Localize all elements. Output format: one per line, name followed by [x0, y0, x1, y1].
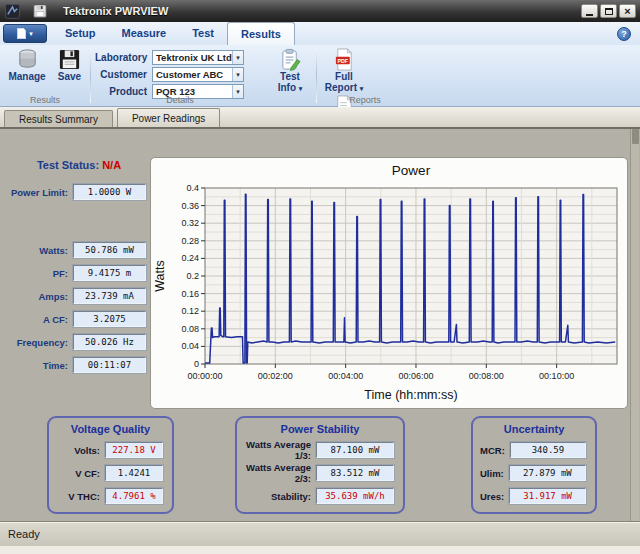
readout-row-watts: Watts: 50.786 mW: [6, 242, 146, 258]
test-status: Test Status: N/A: [12, 159, 146, 171]
svg-text:0.4: 0.4: [186, 183, 199, 193]
svg-text:Watts: Watts: [153, 260, 167, 291]
watts-average-13-value: 87.100 mW: [316, 442, 394, 458]
tab-power-readings[interactable]: Power Readings: [117, 108, 220, 127]
ribbon: Manage Save Results Laboratory: [0, 45, 640, 107]
v-cf-value: 1.4241: [105, 465, 163, 481]
tab-results-summary[interactable]: Results Summary: [4, 110, 113, 127]
ribbon-tab-measure[interactable]: Measure: [109, 22, 180, 45]
ribbon-group-label: Results: [0, 95, 90, 105]
readout-row-amps: Amps: 23.739 mA: [6, 288, 146, 304]
svg-text:00:10:00: 00:10:00: [539, 371, 574, 381]
vertical-scrollbar[interactable]: [630, 129, 639, 521]
test-info-button[interactable]: Test Info ▾: [269, 47, 311, 106]
svg-text:00:08:00: 00:08:00: [469, 371, 504, 381]
status-text: Ready: [8, 528, 40, 540]
application-menu-button[interactable]: ▾: [3, 24, 47, 43]
a-cf-label: A CF:: [6, 314, 68, 325]
svg-text:00:00:00: 00:00:00: [187, 371, 222, 381]
document-icon: [17, 28, 26, 39]
frequency-value: 50.026 Hz: [73, 334, 146, 350]
ribbon-group-label: Details: [91, 95, 269, 105]
laboratory-select[interactable]: Tektronix UK Ltd ▾: [152, 50, 244, 65]
laboratory-label: Laboratory: [95, 52, 147, 63]
ribbon-tab-setup[interactable]: Setup: [52, 22, 109, 45]
close-icon: ×: [624, 6, 630, 16]
chevron-down-icon: ▾: [299, 85, 303, 92]
maximize-icon: [605, 8, 613, 15]
watts-value: 50.786 mW: [73, 242, 146, 258]
ures-value: 31.917 mW: [509, 488, 586, 504]
divider: [0, 127, 640, 129]
readout-row-time: Time: 00:11:07: [6, 357, 146, 373]
power-limit-row: Power Limit: 1.0000 W: [6, 184, 146, 200]
readout-row-pf: PF: 9.4175 m: [6, 265, 146, 281]
app-icon[interactable]: [5, 4, 20, 19]
pf-value: 9.4175 m: [73, 265, 146, 281]
power-limit-label: Power Limit:: [6, 187, 68, 198]
volts-label: Volts:: [56, 445, 100, 456]
close-button[interactable]: ×: [619, 4, 636, 18]
row-ulim: Ulim: 27.879 mW: [480, 465, 586, 481]
test-info-label-line1: Test: [280, 71, 300, 82]
panel-title: Voltage Quality: [49, 423, 172, 435]
power-chart: 00.040.080.120.160.20.240.280.320.360.40…: [151, 158, 627, 408]
save-button[interactable]: Save: [52, 47, 86, 82]
ribbon-group-reports: PDF Full Report ▾ X Export CSV ▾ Reports: [317, 45, 413, 106]
voltage-quality-panel: Voltage Quality Volts: 227.18 V V CF: 1.…: [47, 416, 174, 514]
manage-button[interactable]: Manage: [6, 47, 48, 82]
ribbon-tab-results[interactable]: Results: [227, 22, 295, 45]
power-limit-value: 1.0000 W: [73, 184, 146, 200]
window-title: Tektronix PWRVIEW: [63, 5, 168, 17]
chevron-down-icon: ▾: [360, 85, 364, 92]
v-thc-value: 4.7961 %: [105, 488, 163, 504]
amps-label: Amps:: [6, 291, 68, 302]
scrollbar-thumb[interactable]: [632, 129, 639, 144]
time-value: 00:11:07: [73, 357, 146, 373]
pf-label: PF:: [6, 268, 68, 279]
panel-title: Uncertainty: [473, 423, 595, 435]
window-controls: ×: [581, 4, 636, 18]
svg-text:0.16: 0.16: [181, 289, 199, 299]
ribbon-tab-strip: ▾ Setup Measure Test Results ?: [0, 22, 640, 45]
svg-text:0.08: 0.08: [181, 324, 199, 334]
watts-average-13-label: Watts Average 1/3:: [244, 439, 311, 461]
svg-text:0.12: 0.12: [181, 306, 199, 316]
chevron-down-icon: ▾: [29, 30, 33, 38]
test-status-value: N/A: [102, 159, 121, 171]
ures-label: Ures:: [480, 491, 504, 502]
frequency-label: Frequency:: [6, 337, 68, 348]
app-window: Tektronix PWRVIEW × ▾ Setup Measure Test…: [0, 0, 640, 554]
power-readings-view: Test Status: N/A Power Limit: 1.0000 W W…: [0, 129, 640, 521]
svg-text:Power: Power: [392, 163, 431, 178]
watts-label: Watts:: [6, 245, 68, 256]
mcr-label: MCR:: [480, 445, 505, 456]
help-icon[interactable]: ?: [617, 27, 631, 41]
svg-text:0.2: 0.2: [186, 271, 199, 281]
customer-label: Customer: [95, 69, 147, 80]
database-icon: [16, 48, 39, 71]
quick-save-icon[interactable]: [33, 4, 47, 18]
maximize-button[interactable]: [600, 4, 617, 18]
minimize-button[interactable]: [581, 4, 598, 18]
svg-text:00:04:00: 00:04:00: [328, 371, 363, 381]
svg-text:0.32: 0.32: [181, 218, 199, 228]
mcr-value: 340.59: [510, 442, 586, 458]
ribbon-group-details: Laboratory Tektronix UK Ltd ▾ Customer C…: [91, 45, 269, 106]
uncertainty-panel: Uncertainty MCR: 340.59 Ulim: 27.879 mW …: [471, 416, 597, 514]
chevron-down-icon: ▾: [232, 68, 243, 81]
ulim-label: Ulim:: [480, 468, 504, 479]
stability-label: Stability:: [244, 491, 311, 502]
ribbon-tab-test[interactable]: Test: [179, 22, 227, 45]
row-watts-avg-13: Watts Average 1/3: 87.100 mW: [244, 442, 394, 458]
svg-text:00:02:00: 00:02:00: [258, 371, 293, 381]
customer-select[interactable]: Customer ABC ▾: [152, 67, 244, 82]
row-stability: Stability: 35.639 mW/h: [244, 488, 394, 504]
full-report-label-line1: Full: [335, 71, 353, 82]
svg-text:0.28: 0.28: [181, 236, 199, 246]
power-stability-panel: Power Stability Watts Average 1/3: 87.10…: [235, 416, 405, 514]
time-label: Time:: [6, 360, 68, 371]
ribbon-group-results: Manage Save Results: [0, 45, 90, 106]
full-report-button[interactable]: PDF Full Report ▾: [321, 47, 367, 94]
svg-text:0.36: 0.36: [181, 201, 199, 211]
